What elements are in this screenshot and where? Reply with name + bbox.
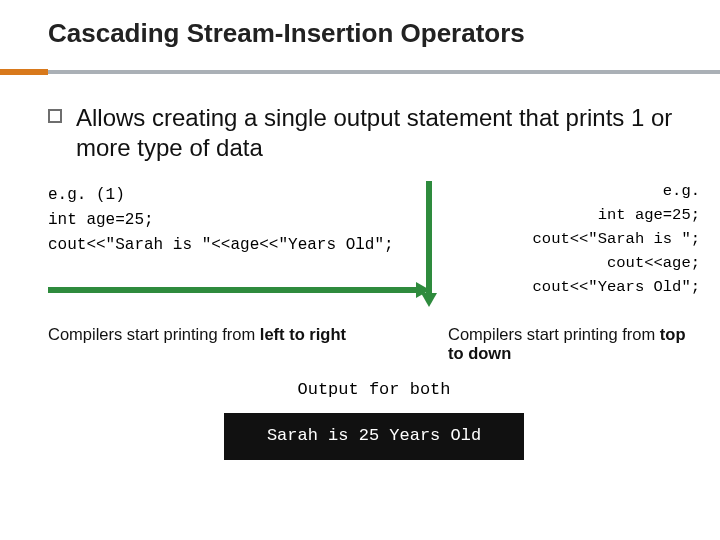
- rule-line: [48, 70, 720, 74]
- code-left-line-1: e.g. (1): [48, 183, 430, 208]
- caption-right-lead: Compilers start printing from: [448, 325, 660, 343]
- caption-left-lead: Compilers start printing from: [48, 325, 260, 343]
- output-box: Sarah is 25 Years Old: [224, 413, 524, 459]
- caption-left: Compilers start printing from left to ri…: [48, 325, 428, 344]
- code-columns: e.g. (1) int age=25; cout<<"Sarah is "<<…: [48, 179, 700, 299]
- caption-right: Compilers start printing from top to dow…: [448, 325, 700, 363]
- code-right-line-1: e.g.: [440, 179, 700, 203]
- content-area: Allows creating a single output statemen…: [0, 75, 720, 460]
- code-left-line-3: cout<<"Sarah is "<<age<<"Years Old";: [48, 233, 430, 258]
- slide-title-row: Cascading Stream-Insertion Operators: [0, 0, 720, 59]
- code-left: e.g. (1) int age=25; cout<<"Sarah is "<<…: [48, 179, 430, 299]
- output-label: Output for both: [48, 377, 700, 403]
- code-left-line-2: int age=25;: [48, 208, 430, 233]
- code-right-line-4: cout<<age;: [440, 251, 700, 275]
- bullet-text: Allows creating a single output statemen…: [76, 103, 700, 163]
- arrow-down-icon: [426, 181, 432, 295]
- output-label-text: Output for both: [297, 380, 450, 399]
- code-right-line-2: int age=25;: [440, 203, 700, 227]
- code-right-line-3: cout<<"Sarah is ";: [440, 227, 700, 251]
- bullet-item: Allows creating a single output statemen…: [48, 103, 700, 163]
- caption-left-em: left to right: [260, 325, 346, 343]
- slide-title: Cascading Stream-Insertion Operators: [48, 18, 720, 49]
- output-text: Sarah is 25 Years Old: [238, 423, 510, 449]
- code-right: e.g. int age=25; cout<<"Sarah is "; cout…: [440, 179, 700, 299]
- caption-row: Compilers start printing from left to ri…: [48, 325, 700, 363]
- square-bullet-icon: [48, 109, 62, 123]
- arrow-right-icon: [48, 287, 418, 293]
- code-right-line-5: cout<<"Years Old";: [440, 275, 700, 299]
